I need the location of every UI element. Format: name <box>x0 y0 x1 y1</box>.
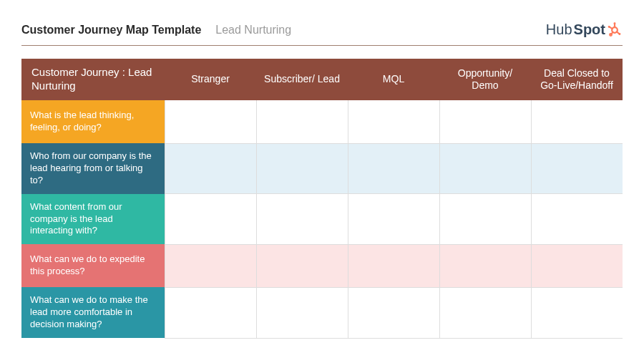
page-title: Customer Journey Map Template <box>21 24 201 37</box>
logo-text-hub: Hub <box>546 21 572 38</box>
cell <box>531 194 623 245</box>
cell <box>531 143 623 194</box>
journey-table: Customer Journey : Lead Nurturing Strang… <box>21 59 623 339</box>
cell <box>348 194 439 245</box>
logo-text-spot: Spot <box>574 21 605 38</box>
table-row: What is the lead thinking, feeling, or d… <box>21 100 623 143</box>
cell <box>348 143 439 194</box>
cell <box>348 100 439 143</box>
col-header-deal-closed: Deal Closed to Go-Live/Handoff <box>531 59 623 100</box>
cell <box>439 287 531 338</box>
cell <box>531 287 623 338</box>
row-label-expedite: What can we do to expedite this process? <box>21 244 165 287</box>
sprocket-icon <box>607 22 623 38</box>
cell <box>165 244 256 287</box>
svg-line-8 <box>611 32 613 34</box>
hubspot-logo: HubSpot <box>546 21 623 38</box>
cell <box>256 194 348 245</box>
svg-point-5 <box>608 25 610 27</box>
table-row: What content from our company is the lea… <box>21 194 623 245</box>
cell <box>439 100 531 143</box>
svg-point-4 <box>614 22 616 24</box>
row-label-content: What content from our company is the lea… <box>21 194 165 245</box>
cell <box>348 287 439 338</box>
page-header: Customer Journey Map Template Lead Nurtu… <box>21 21 623 46</box>
cell <box>439 194 531 245</box>
cell <box>165 194 256 245</box>
svg-point-6 <box>618 33 620 35</box>
cell <box>165 100 256 143</box>
page-subtitle: Lead Nurturing <box>215 24 291 37</box>
col-header-stranger: Stranger <box>165 59 256 100</box>
cell <box>439 143 531 194</box>
cell <box>165 287 256 338</box>
row-label-comfortable: What can we do to make the lead more com… <box>21 287 165 338</box>
row-label-hearing-from: Who from our company is the lead hearing… <box>21 143 165 194</box>
cell <box>256 100 348 143</box>
table-corner-label: Customer Journey : Lead Nurturing <box>21 59 165 100</box>
cell <box>348 244 439 287</box>
col-header-subscriber-lead: Subscriber/ Lead <box>256 59 348 100</box>
cell <box>531 100 623 143</box>
cell <box>165 143 256 194</box>
header-titles: Customer Journey Map Template Lead Nurtu… <box>21 24 291 37</box>
col-header-mql: MQL <box>348 59 439 100</box>
table-row: Who from our company is the lead hearing… <box>21 143 623 194</box>
table-row: What can we do to expedite this process? <box>21 244 623 287</box>
cell <box>531 244 623 287</box>
cell <box>256 143 348 194</box>
col-header-opportunity-demo: Opportunity/ Demo <box>439 59 531 100</box>
cell <box>439 244 531 287</box>
table-row: What can we do to make the lead more com… <box>21 287 623 338</box>
row-label-thinking: What is the lead thinking, feeling, or d… <box>21 100 165 143</box>
cell <box>256 287 348 338</box>
table-header-row: Customer Journey : Lead Nurturing Strang… <box>21 59 623 100</box>
cell <box>256 244 348 287</box>
